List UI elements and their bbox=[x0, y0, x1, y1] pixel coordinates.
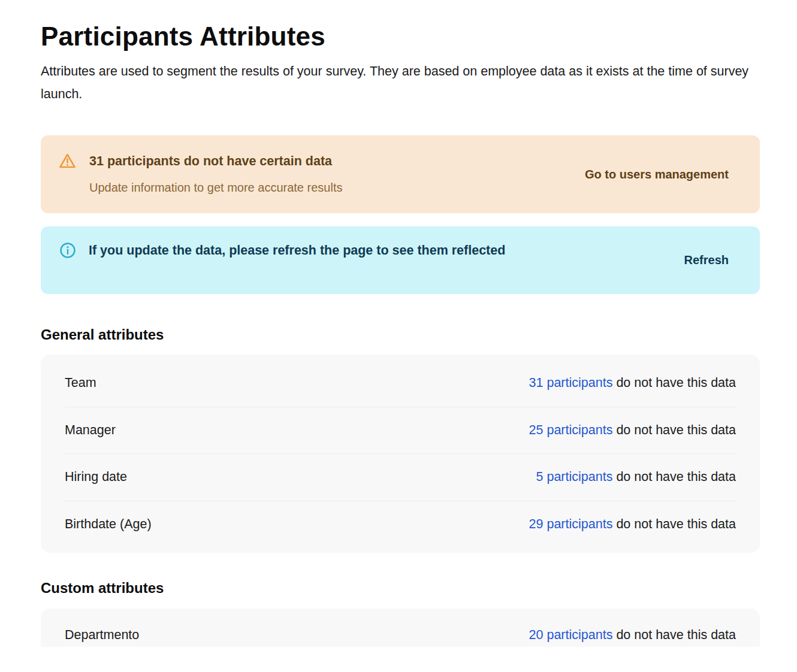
refresh-button[interactable]: Refresh bbox=[684, 253, 729, 267]
custom-attributes-card: Departmento20 participants do not have t… bbox=[41, 609, 760, 647]
page-content: Participants Attributes Attributes are u… bbox=[0, 0, 797, 647]
go-to-users-management-link[interactable]: Go to users management bbox=[585, 168, 729, 181]
attribute-missing-info: 5 participants do not have this data bbox=[536, 470, 736, 485]
attribute-row: Hiring date5 participants do not have th… bbox=[41, 454, 760, 501]
attribute-label: Team bbox=[65, 376, 96, 391]
participants-link[interactable]: 29 participants bbox=[529, 517, 613, 531]
missing-data-text: do not have this data bbox=[612, 517, 736, 531]
info-banner-content: If you update the data, please refresh t… bbox=[59, 242, 505, 259]
participants-link[interactable]: 31 participants bbox=[529, 376, 613, 390]
section-heading-general: General attributes bbox=[41, 326, 760, 343]
info-banner: If you update the data, please refresh t… bbox=[41, 226, 760, 294]
missing-data-text: do not have this data bbox=[612, 470, 736, 484]
page-subtitle: Attributes are used to segment the resul… bbox=[41, 60, 760, 105]
attribute-label: Birthdate (Age) bbox=[65, 517, 152, 532]
warning-banner: 31 participants do not have certain data… bbox=[41, 135, 760, 213]
warning-triangle-icon bbox=[58, 152, 77, 170]
attribute-label: Hiring date bbox=[65, 470, 127, 485]
participants-link[interactable]: 20 participants bbox=[529, 628, 613, 642]
missing-data-text: do not have this data bbox=[612, 423, 736, 437]
attribute-missing-info: 29 participants do not have this data bbox=[529, 517, 736, 532]
info-icon bbox=[59, 242, 76, 259]
participants-link[interactable]: 25 participants bbox=[529, 423, 613, 437]
info-message: If you update the data, please refresh t… bbox=[89, 242, 505, 259]
participants-link[interactable]: 5 participants bbox=[536, 470, 613, 484]
attribute-missing-info: 31 participants do not have this data bbox=[529, 376, 736, 391]
page-title: Participants Attributes bbox=[41, 22, 760, 52]
attribute-row: Departmento20 participants do not have t… bbox=[41, 609, 760, 647]
section-heading-custom: Custom attributes bbox=[41, 580, 760, 597]
attribute-row: Birthdate (Age)29 participants do not ha… bbox=[41, 501, 760, 548]
missing-data-text: do not have this data bbox=[612, 376, 736, 390]
warning-text-block: 31 participants do not have certain data… bbox=[89, 152, 342, 195]
warning-title: 31 participants do not have certain data bbox=[89, 153, 342, 169]
custom-attributes-section: Custom attributes Departmento20 particip… bbox=[41, 580, 760, 647]
attribute-label: Departmento bbox=[65, 628, 139, 643]
warning-banner-content: 31 participants do not have certain data… bbox=[58, 152, 342, 196]
attribute-label: Manager bbox=[65, 423, 116, 438]
attribute-row: Team31 participants do not have this dat… bbox=[41, 360, 760, 407]
warning-subtitle: Update information to get more accurate … bbox=[89, 181, 342, 195]
general-attributes-card: Team31 participants do not have this dat… bbox=[41, 355, 760, 553]
missing-data-text: do not have this data bbox=[612, 628, 736, 642]
general-attributes-section: General attributes Team31 participants d… bbox=[41, 326, 760, 553]
attribute-missing-info: 25 participants do not have this data bbox=[529, 423, 736, 438]
attribute-missing-info: 20 participants do not have this data bbox=[529, 628, 736, 643]
attribute-row: Manager25 participants do not have this … bbox=[41, 407, 760, 454]
